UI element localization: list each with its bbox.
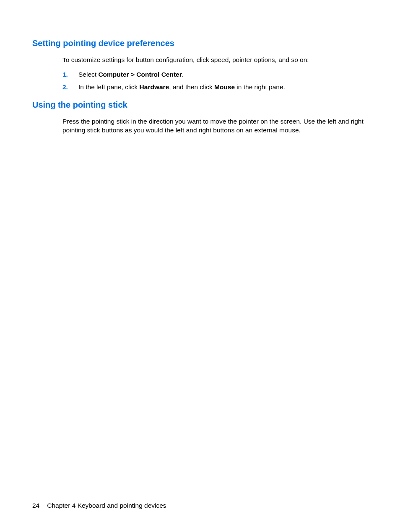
step-text: Select Computer > Control Center.: [78, 70, 368, 79]
section-heading-preferences: Setting pointing device preferences: [32, 39, 368, 48]
page-footer: 24Chapter 4 Keyboard and pointing device…: [32, 502, 166, 509]
list-item: 2. In the left pane, click Hardware, and…: [62, 83, 368, 92]
chapter-label: Chapter 4 Keyboard and pointing devices: [47, 502, 166, 509]
step-number: 1.: [62, 70, 78, 79]
page-content: Setting pointing device preferences To c…: [0, 0, 400, 135]
section-heading-pointing-stick: Using the pointing stick: [32, 100, 368, 110]
step-number: 2.: [62, 83, 78, 92]
intro-text: To customize settings for button configu…: [62, 56, 368, 65]
body-text: Press the pointing stick in the directio…: [62, 117, 368, 135]
steps-list: 1. Select Computer > Control Center. 2. …: [62, 70, 368, 92]
list-item: 1. Select Computer > Control Center.: [62, 70, 368, 79]
page-number: 24: [32, 502, 39, 509]
step-text: In the left pane, click Hardware, and th…: [78, 83, 368, 92]
